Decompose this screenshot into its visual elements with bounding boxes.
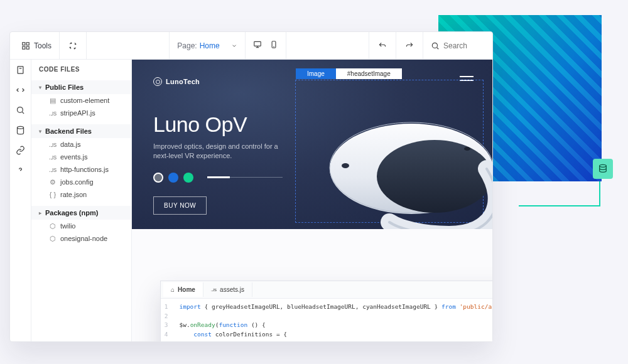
- redo-icon: [405, 41, 414, 50]
- svg-point-11: [18, 126, 24, 129]
- sidebar-section-packages: Packages (npm) ⬡twilio ⬡onesignal-node: [31, 203, 131, 247]
- svg-rect-9: [18, 66, 23, 73]
- device-switcher: [246, 32, 286, 59]
- svg-point-7: [273, 46, 274, 47]
- svg-point-8: [432, 43, 437, 48]
- collapse-button[interactable]: [60, 32, 87, 59]
- swatch-cyan[interactable]: [183, 173, 193, 183]
- sidebar-heading-packages[interactable]: Packages (npm): [31, 206, 131, 220]
- swatch-grey[interactable]: [153, 173, 163, 183]
- selection-frame[interactable]: Image #headsetImage: [295, 80, 484, 223]
- chevron-down-icon: [231, 43, 237, 49]
- sidebar-section-backend: Backend Files .ᴊsdata.js .ᴊsevents.js .ᴊ…: [31, 122, 131, 203]
- search-input[interactable]: [443, 41, 481, 50]
- rail-help-icon[interactable]: [16, 165, 26, 175]
- left-rail: [10, 60, 31, 341]
- package-icon: ⬡: [49, 222, 57, 230]
- database-marker[interactable]: [593, 159, 613, 179]
- page-label: Page:: [177, 41, 197, 50]
- js-icon: .ᴊs: [49, 109, 57, 117]
- code-panel: ⌂ Home .ᴊs assets.js ◫ ⤢ ⋮ 1234567891011…: [160, 281, 492, 341]
- page-value: Home: [200, 41, 220, 50]
- redo-button[interactable]: [396, 32, 423, 59]
- page-icon: ▤: [49, 97, 57, 104]
- progress-slider[interactable]: [207, 177, 283, 178]
- rail-link-icon[interactable]: [16, 145, 26, 155]
- selection-tab-id[interactable]: #headsetImage: [336, 68, 402, 79]
- js-icon: .ᴊs: [49, 153, 57, 161]
- home-icon: ⌂: [171, 286, 175, 293]
- gear-icon: ⚙: [49, 178, 57, 186]
- svg-rect-5: [254, 41, 261, 46]
- package-icon: ⬡: [49, 235, 57, 242]
- search-block[interactable]: [423, 32, 489, 59]
- editor-window: Tools Page: Home: [9, 31, 493, 342]
- file-item[interactable]: { }rate.json: [31, 188, 131, 201]
- hero-subtitle: Improved optics, design and control for …: [153, 142, 279, 161]
- file-item[interactable]: ▤custom-element: [31, 94, 131, 107]
- svg-rect-1: [23, 42, 25, 45]
- selection-tabs: Image #headsetImage: [296, 68, 402, 79]
- swatch-blue[interactable]: [168, 173, 178, 183]
- brand-name: LunoTech: [166, 78, 200, 85]
- code-tabs: ⌂ Home .ᴊs assets.js ◫ ⤢ ⋮: [161, 281, 492, 299]
- svg-rect-3: [23, 46, 25, 49]
- svg-rect-2: [26, 42, 29, 45]
- top-toolbar: Tools Page: Home: [10, 32, 492, 60]
- code-tab-home[interactable]: ⌂ Home: [163, 282, 203, 297]
- file-item[interactable]: ⬡twilio: [31, 220, 131, 232]
- desktop-device-button[interactable]: [253, 40, 262, 51]
- canvas-area: LunoTech Luno OpV Improved optics, desig…: [132, 60, 492, 341]
- sidebar-title: CODE FILES: [31, 66, 131, 78]
- rail-pages-icon[interactable]: [16, 65, 26, 75]
- js-icon: .ᴊs: [211, 287, 217, 292]
- tools-button[interactable]: Tools: [14, 32, 60, 59]
- svg-rect-4: [26, 46, 29, 49]
- undo-icon: [378, 41, 387, 50]
- svg-point-10: [18, 107, 23, 112]
- page-selector[interactable]: Page: Home: [170, 32, 245, 59]
- database-icon: [598, 164, 608, 174]
- logo-mark-icon: [153, 77, 162, 86]
- search-icon: [431, 41, 440, 50]
- decor-connector-line: [519, 181, 600, 206]
- json-icon: { }: [49, 191, 57, 198]
- layout-icon: [21, 41, 30, 50]
- file-item[interactable]: ⚙jobs.config: [31, 176, 131, 188]
- line-gutter: 12345678910111213: [161, 299, 173, 341]
- workarea: CODE FILES Public Files ▤custom-element …: [10, 60, 492, 341]
- code-tab-assets[interactable]: .ᴊs assets.js: [203, 282, 252, 297]
- rail-database-icon[interactable]: [16, 125, 26, 135]
- mobile-device-button[interactable]: [269, 40, 278, 51]
- file-item[interactable]: ⬡onesignal-node: [31, 232, 131, 245]
- selection-tab-type[interactable]: Image: [296, 68, 336, 79]
- sidebar-heading-public[interactable]: Public Files: [31, 80, 131, 94]
- sidebar-heading-backend[interactable]: Backend Files: [31, 124, 131, 138]
- code-text: import { greyHeadsetImageURL, blueHeadse…: [173, 299, 492, 341]
- file-item[interactable]: .ᴊshttp-functions.js: [31, 163, 131, 176]
- toolbar-spacer: [87, 32, 170, 59]
- collapse-icon: [68, 41, 77, 50]
- file-item[interactable]: .ᴊsevents.js: [31, 151, 131, 163]
- rail-search-icon[interactable]: [16, 105, 26, 115]
- code-files-sidebar: CODE FILES Public Files ▤custom-element …: [31, 60, 132, 341]
- toolbar-spacer-2: [286, 32, 369, 59]
- file-item[interactable]: .ᴊsdata.js: [31, 138, 131, 151]
- rail-code-icon[interactable]: [16, 85, 26, 95]
- tools-label: Tools: [34, 41, 51, 50]
- file-item[interactable]: .ᴊsstripeAPI.js: [31, 107, 131, 119]
- js-icon: .ᴊs: [49, 141, 57, 148]
- undo-button[interactable]: [369, 32, 396, 59]
- sidebar-section-public: Public Files ▤custom-element .ᴊsstripeAP…: [31, 78, 131, 122]
- code-editor[interactable]: 12345678910111213 import { greyHeadsetIm…: [161, 299, 492, 341]
- site-preview: LunoTech Luno OpV Improved optics, desig…: [132, 60, 492, 229]
- svg-point-0: [600, 164, 607, 167]
- js-icon: .ᴊs: [49, 166, 57, 173]
- buy-button[interactable]: BUY NOW: [153, 196, 207, 215]
